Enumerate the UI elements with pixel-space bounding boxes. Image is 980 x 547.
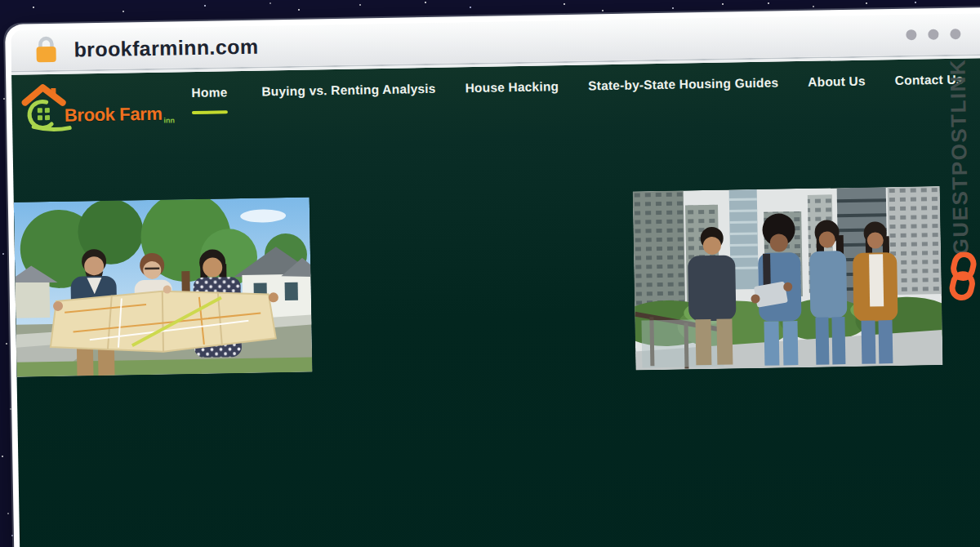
left-photo bbox=[14, 198, 313, 377]
logo-text: Brook Farm bbox=[65, 104, 163, 135]
webpage: Brook Farm inn Home Buying vs. Renting A… bbox=[11, 55, 980, 547]
window-dot[interactable] bbox=[928, 29, 938, 40]
window-dot[interactable] bbox=[950, 29, 960, 39]
address-bar-url[interactable]: brookfarminn.com bbox=[74, 34, 258, 61]
nav-item-house-hacking[interactable]: House Hacking bbox=[465, 79, 559, 96]
nav-item-about-us[interactable]: About Us bbox=[808, 74, 866, 90]
window-dot[interactable] bbox=[906, 29, 916, 40]
lock-icon bbox=[32, 35, 60, 65]
window-controls-dots[interactable] bbox=[906, 29, 960, 40]
guestpostlinks-watermark: GUESTPOSTLINKS bbox=[945, 55, 974, 256]
nav-item-state-guides[interactable]: State-by-State Housing Guides bbox=[588, 75, 778, 93]
nav-item-buying-vs-renting[interactable]: Buying vs. Renting Analysis bbox=[261, 82, 436, 100]
main-nav: Home Buying vs. Renting Analysis House H… bbox=[186, 73, 964, 115]
chain-link-icon bbox=[947, 251, 980, 301]
logo-suffix: inn bbox=[163, 116, 175, 132]
promo-canvas: brookfarminn.com Brook Farm i bbox=[0, 0, 980, 547]
site-logo[interactable]: Brook Farm inn bbox=[15, 78, 175, 135]
right-photo bbox=[633, 186, 943, 371]
nav-item-home[interactable]: Home bbox=[180, 85, 238, 114]
browser-window: brookfarminn.com Brook Farm i bbox=[5, 7, 980, 547]
